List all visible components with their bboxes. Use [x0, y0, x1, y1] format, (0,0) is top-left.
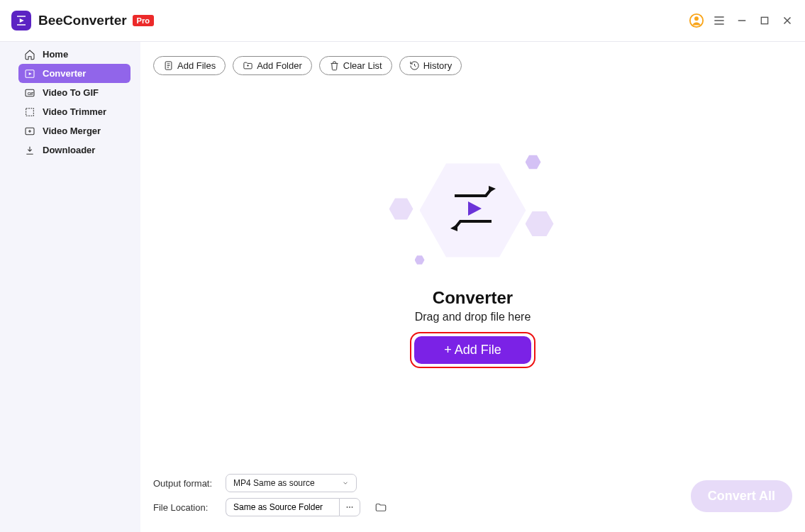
sidebar-item-video-to-gif[interactable]: GIF Video To GIF: [18, 83, 131, 102]
sidebar-item-label: Downloader: [43, 145, 95, 155]
download-icon: [24, 145, 35, 156]
button-label: History: [423, 60, 452, 71]
window-maximize-icon[interactable]: [754, 10, 775, 31]
hamburger-menu-icon[interactable]: [709, 10, 730, 31]
button-label: Clear List: [343, 60, 382, 71]
svg-rect-8: [26, 108, 34, 116]
add-file-button[interactable]: + Add File: [414, 336, 531, 364]
sidebar-item-converter[interactable]: Converter: [18, 64, 131, 83]
svg-marker-12: [450, 224, 457, 231]
sidebar-item-label: Video Trimmer: [43, 106, 106, 117]
toolbar: Add Files Add Folder Clear List History: [140, 42, 805, 75]
dropzone-title: Converter: [433, 288, 513, 308]
output-format-label: Output format:: [153, 478, 217, 489]
svg-text:GIF: GIF: [28, 91, 35, 95]
convert-loop-icon: [445, 180, 501, 237]
window-minimize-icon[interactable]: [731, 10, 753, 31]
sidebar-item-label: Converter: [43, 68, 86, 79]
folder-plus-icon: [243, 60, 253, 71]
user-icon[interactable]: [686, 10, 707, 31]
sidebar-item-video-merger[interactable]: Video Merger: [18, 121, 131, 140]
browse-location-button[interactable]: [339, 498, 360, 516]
select-value: MP4 Same as source: [233, 478, 315, 488]
main-panel: Add Files Add Folder Clear List History: [140, 42, 805, 532]
output-format-select[interactable]: MP4 Same as source: [226, 474, 357, 492]
converter-icon: [24, 68, 35, 79]
clear-list-button[interactable]: Clear List: [319, 56, 392, 75]
ellipsis-icon: [345, 502, 355, 512]
file-plus-icon: [163, 60, 174, 71]
svg-point-17: [352, 506, 353, 508]
sidebar: Home Converter GIF Video To GIF Video Tr…: [0, 42, 140, 532]
trimmer-icon: [24, 106, 35, 118]
svg-rect-3: [761, 17, 767, 23]
trash-icon: [329, 60, 340, 71]
button-label: Add Files: [177, 60, 216, 71]
add-file-highlight: + Add File: [410, 332, 535, 368]
sidebar-item-label: Home: [43, 49, 68, 60]
pro-badge: Pro: [133, 15, 154, 26]
file-location-input[interactable]: [226, 498, 339, 516]
svg-marker-0: [20, 18, 24, 23]
svg-marker-5: [29, 72, 32, 75]
history-button[interactable]: History: [399, 56, 462, 75]
svg-point-2: [694, 16, 699, 21]
open-folder-icon[interactable]: [374, 501, 387, 514]
history-icon: [409, 60, 420, 71]
sidebar-item-label: Video Merger: [43, 126, 101, 136]
add-folder-button[interactable]: Add Folder: [233, 56, 312, 75]
svg-point-15: [347, 506, 348, 508]
app-logo: [11, 11, 31, 31]
window-close-icon[interactable]: [777, 10, 798, 31]
gif-icon: GIF: [24, 87, 35, 99]
button-label: Add Folder: [257, 60, 302, 71]
svg-marker-11: [489, 186, 496, 193]
sidebar-item-home[interactable]: Home: [18, 45, 131, 64]
svg-point-16: [349, 506, 350, 508]
add-files-button[interactable]: Add Files: [153, 56, 226, 75]
dropzone-illustration: [395, 150, 551, 271]
dropzone-subtitle: Drag and drop file here: [415, 311, 531, 323]
svg-marker-14: [468, 201, 482, 216]
app-title: BeeConverter: [38, 13, 127, 28]
sidebar-item-downloader[interactable]: Downloader: [18, 140, 131, 160]
sidebar-item-label: Video To GIF: [43, 87, 99, 98]
dropzone[interactable]: Converter Drag and drop file here + Add …: [140, 75, 805, 471]
convert-all-button[interactable]: Convert All: [691, 480, 792, 512]
merger-icon: [24, 126, 35, 137]
sidebar-item-video-trimmer[interactable]: Video Trimmer: [18, 102, 131, 121]
chevron-down-icon: [342, 480, 349, 487]
file-location-label: File Location:: [153, 502, 217, 513]
home-icon: [24, 49, 35, 60]
titlebar: BeeConverter Pro: [0, 0, 805, 42]
